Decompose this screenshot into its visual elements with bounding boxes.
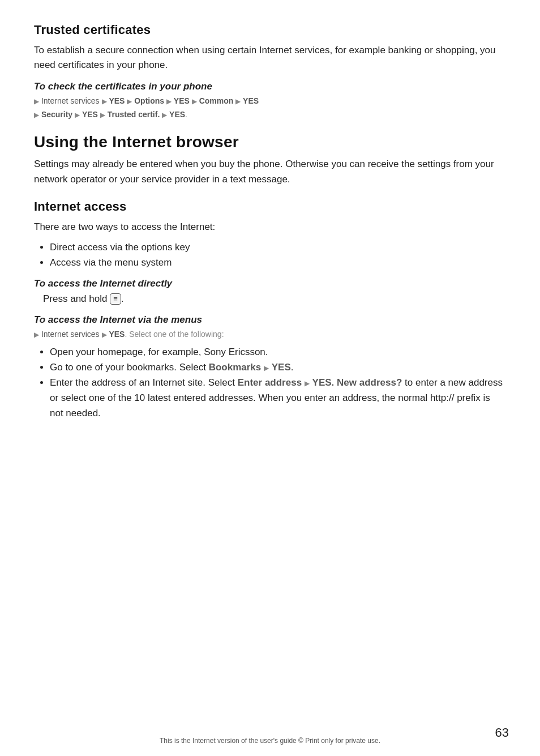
trusted-certificates-body: To establish a secure connection when us…: [34, 43, 506, 73]
access-directly-heading: To access the Internet directly: [34, 278, 506, 289]
access-via-menus-bullets: Open your homepage, for example, Sony Er…: [50, 344, 506, 421]
list-item: Direct access via the options key: [50, 240, 506, 255]
trusted-certificates-section: Trusted certificates To establish a secu…: [34, 23, 506, 121]
check-certificates-heading: To check the certificates in your phone: [34, 81, 506, 92]
list-item: Enter the address of an Internet site. S…: [50, 375, 506, 421]
internet-browser-section: Using the Internet browser Settings may …: [34, 133, 506, 187]
internet-access-bullets: Direct access via the options key Access…: [50, 240, 506, 270]
internet-browser-title: Using the Internet browser: [34, 133, 506, 151]
access-directly-body: Press and hold ≡.: [43, 292, 506, 306]
page-footer: This is the Internet version of the user…: [0, 737, 540, 745]
key-icon: ≡: [110, 293, 121, 305]
internet-browser-body: Settings may already be entered when you…: [34, 157, 506, 187]
check-certificates-subsection: To check the certificates in your phone …: [34, 81, 506, 121]
access-via-menus-subsection: To access the Internet via the menus ▶ I…: [34, 314, 506, 421]
trusted-certificates-title: Trusted certificates: [34, 23, 506, 37]
access-via-menus-heading: To access the Internet via the menus: [34, 314, 506, 326]
check-certificates-nav-line-1: ▶ Internet services ▶ YES ▶ Options ▶ YE…: [34, 95, 506, 107]
internet-access-body: There are two ways to access the Interne…: [34, 220, 506, 234]
access-via-menus-nav: ▶ Internet services ▶ YES. Select one of…: [34, 328, 506, 340]
list-item: Access via the menu system: [50, 255, 506, 270]
check-certificates-nav-line-2: ▶ Security ▶ YES ▶ Trusted certif. ▶ YES…: [34, 108, 506, 121]
access-directly-subsection: To access the Internet directly Press an…: [34, 278, 506, 306]
internet-access-section: Internet access There are two ways to ac…: [34, 199, 506, 421]
list-item: Open your homepage, for example, Sony Er…: [50, 344, 506, 360]
list-item: Go to one of your bookmarks. Select Book…: [50, 360, 506, 375]
internet-access-title: Internet access: [34, 199, 506, 214]
